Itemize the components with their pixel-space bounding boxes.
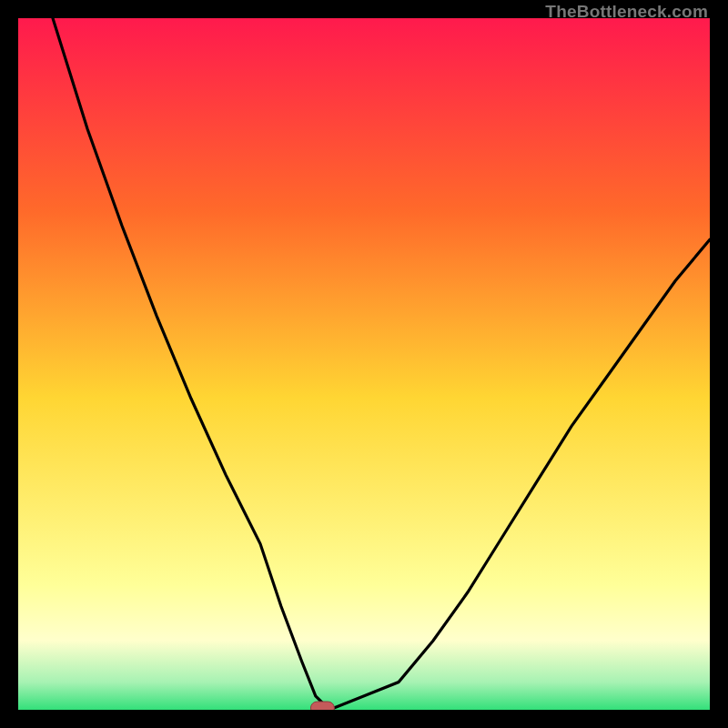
chart-container: { "watermark": "TheBottleneck.com", "col… [0, 0, 728, 728]
chart-svg [18, 18, 710, 710]
gradient-background [18, 18, 710, 710]
optimum-marker [310, 702, 334, 710]
plot-area [18, 18, 710, 710]
